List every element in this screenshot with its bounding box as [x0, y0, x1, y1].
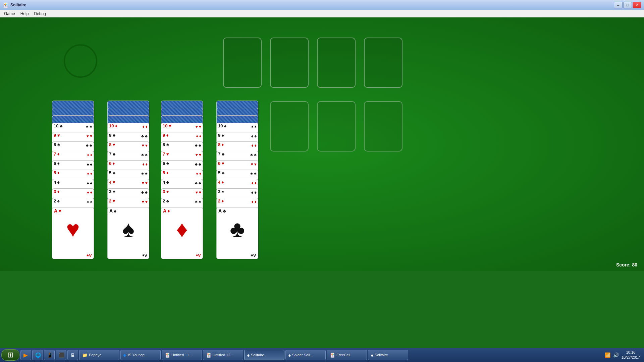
card-A-hearts[interactable]: A ♥♥A♥ [52, 207, 94, 259]
taskbar-solitaire2[interactable]: ♠ Solitaire [368, 350, 408, 360]
browser-label: 15 Younge... [127, 353, 148, 357]
column-slot-6[interactable] [317, 101, 356, 152]
spade-icon2: ♠ [371, 353, 373, 358]
taskbar-right: 📶 🔊 10:16 10/27/2017 [605, 350, 643, 360]
system-clock[interactable]: 10:16 10/27/2017 [622, 350, 640, 360]
menu-bar: Game Help Debug [0, 10, 644, 17]
taskbar: ⊞ ▶ 🌐 📱 ⬛ 🖥 📁 Popeye e 15 Younge... 🃏 Un… [0, 348, 644, 362]
taskbar-freecell[interactable]: 🃏 FreeCell [327, 350, 367, 360]
untitled2-label: Untitled 12... [213, 353, 233, 357]
column-slot-7[interactable] [364, 101, 402, 152]
spider-icon: ♠ [288, 353, 291, 358]
maximize-button[interactable]: □ [623, 2, 632, 8]
card-A-diamonds[interactable]: A ♦♦A♦ [161, 207, 203, 259]
foundation-slot-1[interactable] [223, 38, 262, 88]
menu-help[interactable]: Help [18, 11, 32, 17]
solitaire2-label: Solitaire [375, 353, 388, 357]
foundation-slot-2[interactable] [270, 38, 309, 88]
network-icon: 📶 [605, 352, 610, 358]
minimize-button[interactable]: – [614, 2, 623, 8]
folder-icon: 📁 [82, 353, 88, 358]
close-button[interactable]: ✕ [633, 2, 641, 8]
taskbar-browser-icon[interactable]: 🌐 [32, 350, 43, 360]
popeye-label: Popeye [89, 353, 101, 357]
ie-icon: e [123, 353, 126, 358]
menu-debug[interactable]: Debug [31, 11, 48, 17]
taskbar-untitled1[interactable]: 🃏 Untitled 11... [162, 350, 202, 360]
taskbar-untitled2[interactable]: 🃏 Untitled 12... [203, 350, 243, 360]
foundation-slot-3[interactable] [317, 38, 356, 88]
solitaire-label: Solitaire [251, 353, 264, 357]
menu-game[interactable]: Game [1, 11, 18, 17]
solitaire-icon1: 🃏 [165, 353, 170, 358]
clock-date: 10/27/2017 [622, 355, 640, 360]
solitaire-icon2: 🃏 [206, 353, 211, 358]
taskbar-desktop[interactable]: 🖥 [67, 350, 78, 360]
app1-icon: 📱 [47, 352, 53, 358]
taskbar-solitaire-active[interactable]: ♠ Solitaire [244, 350, 284, 360]
title-bar: 🃏 Solitaire – □ ✕ [0, 0, 644, 10]
column-slot-5[interactable] [270, 101, 309, 152]
start-icon: ⊞ [7, 351, 13, 359]
media-icon: ▶ [23, 352, 28, 358]
taskbar-browser[interactable]: e 15 Younge... [120, 350, 161, 360]
start-button[interactable]: ⊞ [1, 349, 19, 361]
score-label: Score: [616, 262, 631, 267]
score-value: 80 [632, 262, 637, 267]
app-icon: 🃏 [3, 2, 8, 8]
browser-icon: 🌐 [35, 352, 41, 358]
spider-label: Spider Soli... [292, 353, 313, 357]
card-A-clubs[interactable]: A ♣♣A♣ [216, 207, 258, 259]
taskbar-terminal[interactable]: ⬛ [56, 350, 66, 360]
untitled1-label: Untitled 11... [171, 353, 192, 357]
terminal-icon: ⬛ [59, 352, 64, 358]
window-title: Solitaire [10, 3, 26, 7]
desktop-icon: 🖥 [70, 352, 75, 358]
spade-icon1: ♠ [247, 353, 250, 358]
freecell-icon: 🃏 [330, 353, 335, 358]
title-bar-left: 🃏 Solitaire [3, 2, 26, 8]
foundation-slot-4[interactable] [364, 38, 402, 88]
score-display: Score: 80 [616, 262, 637, 267]
freecell-label: FreeCell [336, 353, 351, 357]
taskbar-app1[interactable]: 📱 [44, 350, 55, 360]
clock-time: 10:16 [622, 350, 640, 355]
taskbar-media-player[interactable]: ▶ [20, 350, 31, 360]
taskbar-spider[interactable]: ♠ Spider Soli... [285, 350, 326, 360]
game-area: Score: 80 10 ♣♣ ♣9 ♥♥ ♥8 ♣♣ ♣7 ♦♦ ♦6 ♠♠ … [0, 17, 644, 271]
stock-pile[interactable] [64, 44, 97, 78]
card-A-spades[interactable]: A ♠♠A♠ [107, 207, 149, 259]
taskbar-popeye[interactable]: 📁 Popeye [79, 350, 119, 360]
window-controls: – □ ✕ [614, 2, 641, 8]
volume-icon: 🔊 [613, 352, 619, 358]
